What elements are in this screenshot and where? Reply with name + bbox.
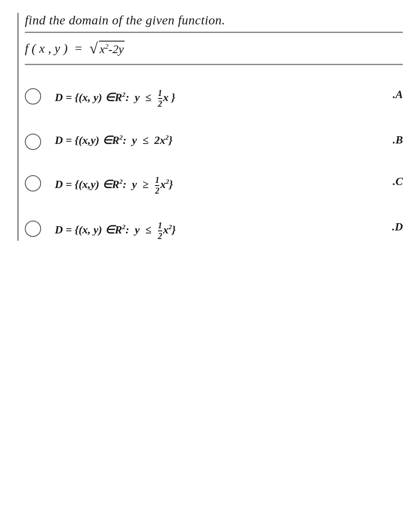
option-d-block: D = {(x, y) ∈R2: y ≤ 12x2} .D xyxy=(25,219,403,241)
option-b-label: .B xyxy=(393,134,403,146)
option-d-content: D = {(x, y) ∈R2: y ≤ 12x2} xyxy=(55,219,403,241)
radio-col-a xyxy=(25,87,55,105)
option-c-label: .C xyxy=(393,175,403,188)
option-b-text: D = {(x,y) ∈R2: y ≤ 2x2} xyxy=(55,134,173,146)
option-b-content: D = {(x,y) ∈R2: y ≤ 2x2} xyxy=(55,132,403,147)
radio-c[interactable] xyxy=(25,175,41,191)
radio-a[interactable] xyxy=(25,88,41,105)
function-definition: f ( x , y ) = √ x2-2y xyxy=(25,41,403,65)
radio-col-d xyxy=(25,219,55,237)
sqrt-expression: √ x2-2y xyxy=(89,41,125,56)
option-d-label: .D xyxy=(392,221,403,233)
option-c-text: D = {(x,y) ∈R2: y ≥ 12x2} xyxy=(55,178,173,191)
option-a-text: D = {(x, y) ∈R2: y ≤ 12x } xyxy=(55,91,175,104)
radio-d[interactable] xyxy=(25,221,41,237)
option-a-content: D = {(x, y) ∈R2: y ≤ 12x } xyxy=(55,87,403,108)
option-a-label: .A xyxy=(393,88,403,101)
radio-col-b xyxy=(25,132,55,150)
function-label: f ( x , y ) = xyxy=(25,41,86,56)
option-c-content: D = {(x,y) ∈R2: y ≥ 12x2} xyxy=(55,173,403,195)
radio-b[interactable] xyxy=(25,134,41,150)
header-text: find the domain of the given function. xyxy=(25,13,225,27)
option-c-block: D = {(x,y) ∈R2: y ≥ 12x2} .C xyxy=(25,173,403,195)
option-a-block: D = {(x, y) ∈R2: y ≤ 12x } .A xyxy=(25,87,403,108)
sqrt-content: x2-2y xyxy=(99,41,125,56)
radio-col-c xyxy=(25,173,55,191)
problem-header: find the domain of the given function. xyxy=(25,13,403,33)
vertical-line xyxy=(17,13,19,241)
option-d-text: D = {(x, y) ∈R2: y ≤ 12x2} xyxy=(55,224,176,236)
option-b-block: D = {(x,y) ∈R2: y ≤ 2x2} .B xyxy=(25,132,403,150)
sqrt-symbol: √ xyxy=(89,41,98,56)
